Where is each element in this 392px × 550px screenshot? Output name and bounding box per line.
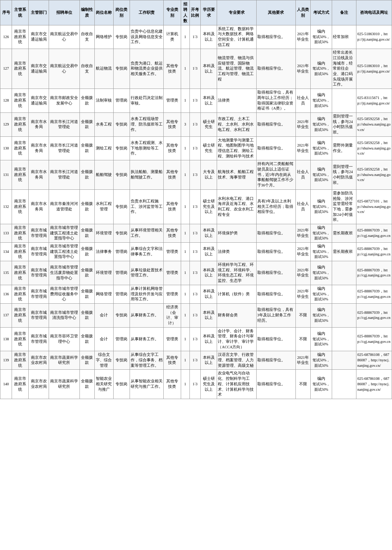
cell-req: 取得相应学位。: [256, 261, 295, 285]
cell-num: 1: [181, 327, 189, 351]
cell-edu: 硕士研究生及以上: [200, 189, 217, 224]
table-row: 139南京市政府系统南京市农业农村局南京市蔬菜科学研究所全额拨款综合文字、综合管…: [0, 351, 392, 370]
cell-duty: 从事环境管理相关工作。: [130, 224, 164, 242]
cell-ident: 2021年毕业生: [295, 224, 310, 242]
cell-duty: 从事财务工作。: [130, 327, 164, 351]
cell-note: [332, 370, 356, 399]
table-row: 128南京市政府系统南京市交通运输局南京市邮政安全发展中心全额拨款法制审核管理岗…: [0, 89, 392, 113]
cell-ident: 2021年毕业生: [295, 261, 310, 285]
cell-unit: 南京市容环卫管理中心: [49, 327, 79, 351]
cell-dept: 南京市城市管理局: [28, 243, 49, 261]
cell-system: 南京市政府系统: [12, 49, 28, 89]
cell-exam: 编内笔试50%，面试50%: [310, 327, 332, 351]
cell-ident: 2021年毕业生: [295, 49, 310, 89]
cell-ident: 2021年毕业生: [295, 285, 310, 303]
cell-nature: 自收自支: [79, 49, 94, 89]
recruitment-table: 序号 主管系统 主管部门 招聘单位 编制性质 岗位名称 岗位类别 工作职责 专业…: [0, 0, 392, 399]
header-type: 岗位类别: [113, 0, 130, 25]
cell-ident: 2021年毕业生: [295, 112, 310, 136]
cell-exam: 编内笔试50%，面试50%: [310, 224, 332, 242]
table-row: 132南京市政府系统南京市水务局南京市秦淮河河道管理处全额拨款水利工程管理专技岗…: [0, 189, 392, 224]
cell-pos: 船舶驾驶: [94, 160, 113, 189]
cell-exam: 编内笔试50%，面试50%: [310, 261, 332, 285]
table-row: 130南京市政府系统南京市水务局南京市长江河道管理处全额拨款测绘工程专技岗水务工…: [0, 136, 392, 160]
cell-ratio: 1∶3: [189, 261, 200, 285]
cell-req: 持有内河二类船舶驾驶员及以上适任证书，近5年内在岗从事船舶驾驶工作不少于36个月…: [256, 160, 295, 189]
cell-pos: 会计: [94, 303, 113, 327]
cell-pos: 水务工程: [94, 112, 113, 136]
header-exam: 考试方式: [310, 0, 332, 25]
cell-contact: 025-58592258，http://shuiwu.nanjing.gov.c…: [356, 136, 392, 160]
cell-pos: 网络管理: [94, 285, 113, 303]
cell-unit: 南京市城市管理费用征收服务中心: [49, 285, 79, 303]
cell-cat: 其他专技类: [164, 224, 181, 242]
cell-type: 专技岗: [113, 370, 130, 399]
cell-note: 需参加防汛抢险、涉河监管需经常下地，需参加24小时值班。: [332, 189, 356, 224]
cell-exam: 编内笔试50%，面试50%: [310, 160, 332, 189]
cell-system: 南京市政府系统: [12, 261, 28, 285]
cell-num: 1: [181, 160, 189, 189]
header-edu: 学历要求: [200, 0, 217, 25]
cell-edu: 本科及以上: [200, 224, 217, 242]
cell-type: 专技岗: [113, 303, 130, 327]
cell-no: 134: [0, 243, 12, 261]
cell-dept: 南京市城市管理局: [28, 224, 49, 242]
cell-nature: 全额拨款: [79, 327, 94, 351]
cell-nature: 全额拨款: [79, 89, 94, 113]
cell-pos: 综合文字、综合管理: [94, 351, 113, 370]
header-nature: 编制性质: [79, 0, 94, 25]
cell-duty: 负责水利工程施工、涉河监管等工作。: [130, 189, 164, 224]
cell-ratio: 1∶3: [189, 224, 200, 242]
cell-edu: 大专及以上: [200, 160, 217, 189]
cell-type: 专技岗: [113, 49, 130, 89]
cell-exam: 编内笔试50%，面试50%: [310, 136, 332, 160]
cell-num: 1: [181, 370, 189, 399]
cell-num: 1: [181, 189, 189, 224]
cell-unit: 南京市长江河道管理处: [49, 136, 79, 160]
table-row: 134南京市政府系统南京市城市管理局南京市城市管理建筑工程渣土处置指导中心全额拨…: [0, 243, 392, 261]
cell-system: 南京市政府系统: [12, 327, 28, 351]
cell-num: 1: [181, 224, 189, 242]
cell-pos: 网络维护: [94, 25, 113, 49]
cell-dept: 南京市交通运输局: [28, 89, 49, 113]
cell-cat: 其他专技类: [164, 189, 181, 224]
table-row: 140南京市政府系统南京市农业农村局南京市蔬菜科学研究所全额拨款智能农业相关研究…: [0, 370, 392, 399]
cell-nature: 全额拨款: [79, 189, 94, 224]
cell-ratio: 1∶3: [189, 351, 200, 370]
cell-num: 1: [181, 49, 189, 89]
header-unit: 招聘单位: [49, 0, 79, 25]
cell-contact: 025-88867039，http://cgj.nanjing.gov.cn: [356, 261, 392, 285]
cell-no: 139: [0, 351, 12, 370]
cell-contact: 025-88867039，http://cgj.nanjing.gov.cn: [356, 327, 392, 351]
cell-dept: 南京市交通运输局: [28, 25, 49, 49]
cell-type: 专技岗: [113, 224, 130, 242]
cell-system: 南京市政府系统: [12, 112, 28, 136]
cell-ratio: 1∶3: [189, 243, 200, 261]
cell-ratio: 1∶3: [189, 136, 200, 160]
cell-dept: 南京市城市管理局: [28, 285, 49, 303]
cell-cat: 管理类: [164, 261, 181, 285]
cell-num: 1: [181, 261, 189, 285]
cell-req: 取得相应学位。: [256, 224, 295, 242]
cell-ratio: 1∶3: [189, 370, 200, 399]
cell-exam: 编内笔试50%，面试50%: [310, 303, 332, 327]
cell-contact: 025-58592258，http://shuiwu.nanjing.gov.c…: [356, 160, 392, 189]
cell-unit: 南京市长江河道管理处: [49, 112, 79, 136]
header-system: 主管系统: [12, 0, 28, 25]
cell-exam: 编内笔试50%，面试50%: [310, 112, 332, 136]
cell-major: 水利水电工程、港口海岸及近海工程、水利工程、农业水利工程专业: [217, 189, 256, 224]
cell-system: 南京市政府系统: [12, 351, 28, 370]
cell-contact: 025-88867039，http://cgj.nanjing.gov.cn: [356, 303, 392, 327]
cell-note: [332, 261, 356, 285]
cell-exam: 编内笔试50%，面试50%: [310, 285, 332, 303]
cell-system: 南京市政府系统: [12, 160, 28, 189]
cell-ratio: 1∶3: [189, 189, 200, 224]
cell-duty: 从事智能农业相关研究与推广工作。: [130, 370, 164, 399]
cell-major: 法律类: [217, 243, 256, 261]
cell-major: 物流管理、物流与供应链管理、国际物流、航运管理、物流工程与管理、物流工程: [217, 49, 256, 89]
table-row: 138南京市政府系统南京市城市管理局南京市容环卫管理中心全额拨款会计管理岗从事财…: [0, 327, 392, 351]
cell-contact: 025-51863010，http://jtj.nanjing.gov.cn/: [356, 49, 392, 89]
cell-major: 计算机（软件）类: [217, 285, 256, 303]
cell-contact: 025-58592258，http://shuiwu.nanjing.gov.c…: [356, 112, 392, 136]
cell-system: 南京市政府系统: [12, 25, 28, 49]
